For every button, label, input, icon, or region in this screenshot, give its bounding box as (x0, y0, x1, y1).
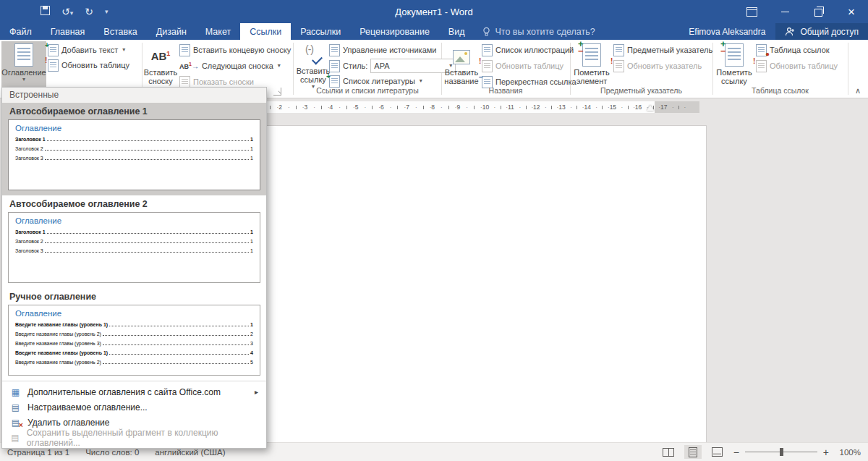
insert-index-button[interactable]: Предметный указатель (613, 43, 712, 56)
lightbulb-icon (482, 27, 490, 37)
zoom-level[interactable]: 100% (836, 448, 861, 457)
save-icon[interactable] (41, 5, 50, 18)
share-button[interactable]: Общий доступ (775, 23, 868, 40)
insert-citation-button[interactable]: (-) Вставить ссылку ▾ (295, 41, 331, 88)
ruler-tick: 7 (406, 101, 431, 113)
ruler-tick: 13 (558, 101, 584, 113)
mark-entry-button[interactable]: +− Пометить элемент (571, 41, 612, 88)
word-count[interactable]: Число слов: 0 (85, 448, 139, 457)
page-indicator[interactable]: Страница 1 из 1 (7, 448, 69, 457)
manage-sources-button[interactable]: Управление источниками (329, 43, 436, 56)
mark-citation-button[interactable]: +− Пометить ссылку (714, 41, 754, 88)
toc-entry: Заголовок 31 (15, 156, 253, 161)
toc-gallery-item[interactable]: Ручное оглавление Оглавление Введите наз… (2, 288, 266, 381)
insert-caption-icon (453, 43, 470, 67)
toc-entry: Введите название главы (уровень 1)4 (15, 350, 253, 355)
toc-menu-item[interactable]: Дополнительные оглавления с сайта Office… (2, 384, 266, 399)
toc-button[interactable]: Оглавление ▾ (1, 41, 46, 88)
ribbon-display-options-icon[interactable] (735, 0, 768, 23)
ruler-tick: 4 (330, 101, 355, 113)
insert-footnote-button[interactable]: AB1 Вставить сноску (143, 41, 178, 88)
index-group-label: Предметный указатель (570, 86, 712, 95)
mark-entry-icon: +− (582, 43, 601, 67)
zoom-in-button[interactable]: + (823, 447, 829, 458)
horizontal-ruler[interactable]: 1 2 3 4 5 6 (224, 101, 699, 113)
zoom-out-button[interactable]: − (733, 447, 739, 458)
print-layout-icon[interactable] (684, 445, 702, 459)
minimize-button[interactable] (768, 0, 801, 23)
toc-entry: Заголовок 11 (15, 137, 253, 142)
ruler-tick: 2 (278, 101, 304, 113)
close-button[interactable]: × (835, 0, 868, 23)
toc-entry: Введите название главы (уровень 1)1 (15, 322, 253, 327)
toc-entry: Введите название главы (уровень 2)5 (15, 360, 253, 365)
manage-sources-icon (329, 44, 340, 56)
save-selection-icon (10, 433, 20, 442)
update-toc-button[interactable]: ! Обновить таблицу (48, 59, 129, 72)
qat-customize-icon[interactable]: ▾ (105, 8, 109, 15)
collapse-ribbon-icon[interactable]: ∧ (855, 86, 861, 96)
ribbon-tab-bar: Файл Главная Вставка Дизайн Макет Ссылки… (0, 23, 868, 40)
toc-menu-item[interactable]: Сохранить выделенный фрагмент в коллекци… (2, 430, 266, 445)
redo-icon[interactable]: ↻ (85, 7, 93, 17)
show-notes-icon (179, 76, 190, 88)
table-of-figures-button[interactable]: Список иллюстраций (482, 43, 574, 56)
zoom-slider-thumb[interactable] (780, 448, 783, 456)
zoom-slider[interactable] (745, 452, 817, 452)
footnotes-dialog-launcher-icon[interactable] (273, 88, 281, 96)
ribbon-tab[interactable]: Главная (41, 23, 95, 40)
captions-group-label: Названия (441, 86, 570, 95)
mark-citation-icon: +− (725, 43, 744, 67)
builtin-section-header: Встроенные (2, 88, 266, 103)
ribbon-tab[interactable]: Файл (0, 23, 41, 40)
insert-caption-button[interactable]: Вставить название (443, 41, 480, 88)
next-footnote-button[interactable]: AB1→ Следующая сноска▾ (179, 59, 281, 72)
right-indent-marker[interactable] (647, 105, 654, 111)
add-text-button[interactable]: + Добавить текст▾ (48, 43, 125, 56)
insert-endnote-button[interactable]: Вставить концевую сноску (179, 43, 291, 56)
authorities-group-label: Таблица ссылок (712, 86, 848, 95)
office-com-toc-icon (10, 388, 21, 397)
style-icon (329, 60, 340, 72)
submenu-arrow-icon: ▸ (255, 388, 258, 396)
toc-entry: Заголовок 21 (15, 146, 253, 151)
toc-gallery-item[interactable]: Автособираемое оглавление 1 Оглавление З… (2, 103, 266, 195)
ribbon-tab[interactable]: Ссылки (240, 23, 291, 40)
user-name[interactable]: Efimova Aleksandra (678, 23, 775, 40)
update-authorities-table-button[interactable]: ! Обновить таблицу (756, 59, 838, 72)
toc-icon (14, 43, 33, 67)
next-footnote-icon: AB1→ (179, 62, 199, 70)
toc-menu-item[interactable]: Настраиваемое оглавление... (2, 399, 266, 415)
ribbon-tab[interactable]: Рассылки (291, 23, 350, 40)
toc-preview: Оглавление Заголовок 11 Заголовок 21 (8, 212, 260, 283)
ruler-tick: 14 (584, 101, 609, 113)
share-person-icon (785, 27, 795, 36)
tell-me-box[interactable]: Что вы хотите сделать? (474, 23, 603, 40)
ruler-tick: 17 (660, 101, 686, 113)
web-layout-icon[interactable] (709, 445, 726, 459)
toc-gallery-item[interactable]: Автособираемое оглавление 2 Оглавление З… (2, 195, 266, 288)
ribbon-tab[interactable]: Макет (196, 23, 240, 40)
add-text-icon: + (48, 44, 59, 56)
ribbon-tab[interactable]: Дизайн (147, 23, 196, 40)
ribbon-tab[interactable]: Вставка (94, 23, 146, 40)
document-page[interactable] (224, 125, 707, 443)
restore-button[interactable] (801, 0, 835, 23)
authorities-table-icon: ● (756, 44, 767, 56)
ribbon-tab[interactable]: Рецензирование (350, 23, 439, 40)
update-index-icon: ! (613, 60, 624, 72)
toc-preview: Оглавление Введите название главы (урове… (8, 305, 260, 376)
toc-dropdown: Встроенные Автособираемое оглавление 1 О… (1, 87, 267, 449)
update-figures-table-button[interactable]: ! Обновить таблицу (482, 59, 563, 72)
read-mode-icon[interactable] (660, 445, 677, 459)
toc-entry: Введите название главы (уровень 2)2 (15, 331, 253, 337)
update-index-button[interactable]: ! Обновить указатель (613, 59, 702, 72)
update-table-icon: ! (48, 59, 59, 72)
toc-entry: Заголовок 21 (15, 239, 253, 244)
undo-icon[interactable]: ↺▾ (61, 7, 73, 17)
language-indicator[interactable]: английский (США) (155, 448, 225, 457)
insert-authorities-table-button[interactable]: ● Таблица ссылок (756, 43, 830, 56)
insert-citation-icon: (-) (304, 43, 323, 65)
chevron-down-icon: ▾ (22, 77, 25, 83)
ribbon-tab[interactable]: Вид (439, 23, 475, 40)
